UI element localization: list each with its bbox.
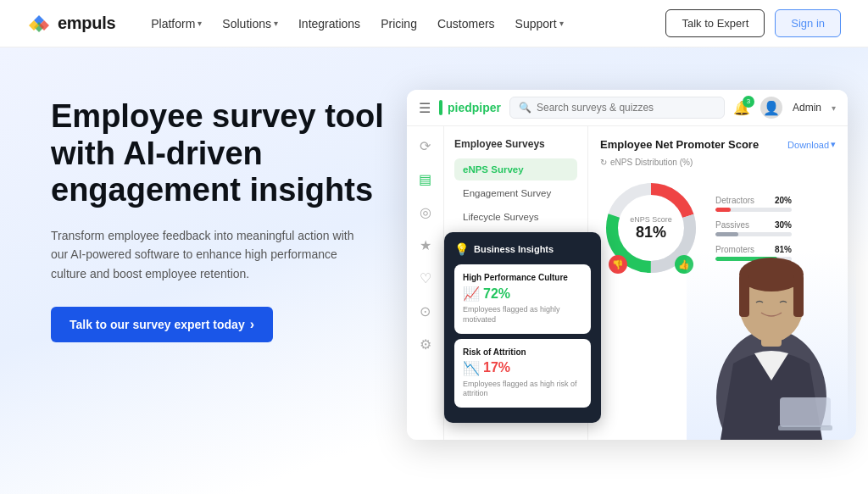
- avatar: 👤: [760, 97, 782, 119]
- nav-pricing[interactable]: Pricing: [372, 12, 426, 36]
- lifecycle-survey-item[interactable]: Lifecycle Surveys: [454, 206, 577, 228]
- enps-title: Employee Net Promoter Score: [600, 138, 759, 151]
- sign-in-button[interactable]: Sign in: [775, 9, 841, 37]
- notification-badge: 3: [743, 96, 754, 108]
- bi-hpc-value: 📈 72%: [463, 286, 582, 302]
- bi-attrition-value: 📉 17%: [463, 360, 582, 376]
- bi-title: Business Insights: [474, 244, 554, 254]
- search-icon: 🔍: [519, 102, 531, 114]
- nav-links: Platform ▾ Solutions ▾ Integrations Pric…: [142, 12, 665, 36]
- hero-title: Employee survey tool with AI-driven enga…: [51, 98, 407, 209]
- bi-attrition-title: Risk of Attrition: [463, 347, 582, 357]
- sidebar-heart-icon[interactable]: ♡: [420, 270, 431, 286]
- admin-label: Admin: [793, 102, 821, 114]
- donut-center: eNPS Score 81%: [630, 215, 672, 241]
- survey-section-title: Employee Surveys: [454, 138, 577, 150]
- hero-section: Employee survey tool with AI-driven enga…: [0, 47, 868, 494]
- sidebar-share-icon[interactable]: ⟳: [420, 138, 431, 154]
- svg-rect-8: [739, 275, 749, 317]
- enps-subtitle: ↻ eNPS Distribution (%): [600, 158, 836, 167]
- platform-chevron-icon: ▾: [198, 19, 202, 28]
- bi-hpc-title: High Performance Culture: [463, 273, 582, 282]
- nav-actions: Talk to Expert Sign in: [665, 9, 841, 37]
- admin-chevron-icon[interactable]: ▾: [832, 103, 836, 113]
- dashboard-brand: piedpiper: [439, 100, 501, 115]
- talk-to-expert-button[interactable]: Talk to Expert: [665, 9, 765, 37]
- support-chevron-icon: ▾: [559, 19, 564, 28]
- nav-solutions[interactable]: Solutions ▾: [214, 12, 287, 36]
- sidebar-chart-icon[interactable]: ⊙: [420, 303, 431, 319]
- enps-score-value: 81%: [630, 224, 672, 241]
- hero-left: Employee survey tool with AI-driven enga…: [51, 81, 407, 342]
- sidebar-target-icon[interactable]: ◎: [420, 204, 431, 220]
- engagement-survey-item[interactable]: Engagement Survey: [454, 182, 577, 204]
- trend-up-icon: 📈: [463, 286, 480, 302]
- dashboard-sidebar: ⟳ ▤ ◎ ★ ♡ ⊙ ⚙: [407, 126, 444, 440]
- svg-rect-10: [780, 397, 831, 427]
- enps-sub-icon: ↻: [600, 158, 607, 167]
- bi-hpc-desc: Employees flagged as highly motivated: [463, 305, 582, 325]
- sidebar-settings-icon[interactable]: ⚙: [420, 336, 431, 352]
- dashboard-topbar: ☰ piedpiper 🔍 🔔 3: [407, 90, 848, 126]
- person-svg: [687, 203, 856, 440]
- bi-attrition-desc: Employees flagged as high risk of attrit…: [463, 380, 582, 399]
- bulb-icon: 💡: [454, 242, 469, 256]
- dashboard-header-icons: 🔔 3 👤 Admin ▾: [733, 97, 836, 119]
- hero-description: Transform employee feedback into meaning…: [51, 226, 356, 283]
- hero-cta-button[interactable]: Talk to our survey expert today ›: [51, 307, 273, 342]
- notification-bell[interactable]: 🔔 3: [733, 100, 750, 116]
- search-input[interactable]: [537, 102, 715, 114]
- solutions-chevron-icon: ▾: [274, 19, 278, 28]
- enps-score-label: eNPS Score: [630, 215, 672, 224]
- thumbs-down-icon: 👎: [609, 255, 627, 274]
- nav-platform[interactable]: Platform ▾: [142, 12, 210, 36]
- svg-rect-9: [793, 275, 804, 317]
- trend-down-icon: 📉: [463, 360, 480, 376]
- search-bar[interactable]: 🔍: [509, 97, 725, 119]
- person-illustration: [687, 203, 856, 440]
- hamburger-icon[interactable]: ☰: [419, 100, 431, 116]
- nav-customers[interactable]: Customers: [429, 12, 504, 36]
- logo-icon: [27, 12, 51, 36]
- brand-bar: [439, 100, 442, 115]
- hero-cta-arrow-icon: ›: [250, 317, 254, 332]
- avatar-image: 👤: [763, 100, 780, 116]
- enps-survey-item[interactable]: eNPS Survey: [454, 158, 577, 180]
- logo-text: empuls: [58, 14, 115, 33]
- svg-rect-11: [778, 425, 832, 430]
- bi-attrition-card: Risk of Attrition 📉 17% Employees flagge…: [454, 339, 591, 408]
- nav-support[interactable]: Support ▾: [507, 12, 572, 36]
- logo[interactable]: empuls: [27, 12, 115, 36]
- navbar: empuls Platform ▾ Solutions ▾ Integratio…: [0, 0, 868, 47]
- bi-high-performance-card: High Performance Culture 📈 72% Employees…: [454, 264, 591, 333]
- hero-cta-label: Talk to our survey expert today: [70, 318, 245, 331]
- hero-right: ☰ piedpiper 🔍 🔔 3: [407, 81, 848, 440]
- sidebar-survey-icon[interactable]: ▤: [419, 171, 431, 187]
- brand-name: piedpiper: [448, 101, 501, 114]
- sidebar-star-icon[interactable]: ★: [420, 237, 431, 253]
- business-insights-card: 💡 Business Insights High Performance Cul…: [444, 232, 601, 423]
- enps-header: Employee Net Promoter Score Download ▾: [600, 138, 836, 151]
- bi-header: 💡 Business Insights: [454, 242, 591, 256]
- download-button[interactable]: Download ▾: [787, 139, 836, 150]
- nav-integrations[interactable]: Integrations: [290, 12, 369, 36]
